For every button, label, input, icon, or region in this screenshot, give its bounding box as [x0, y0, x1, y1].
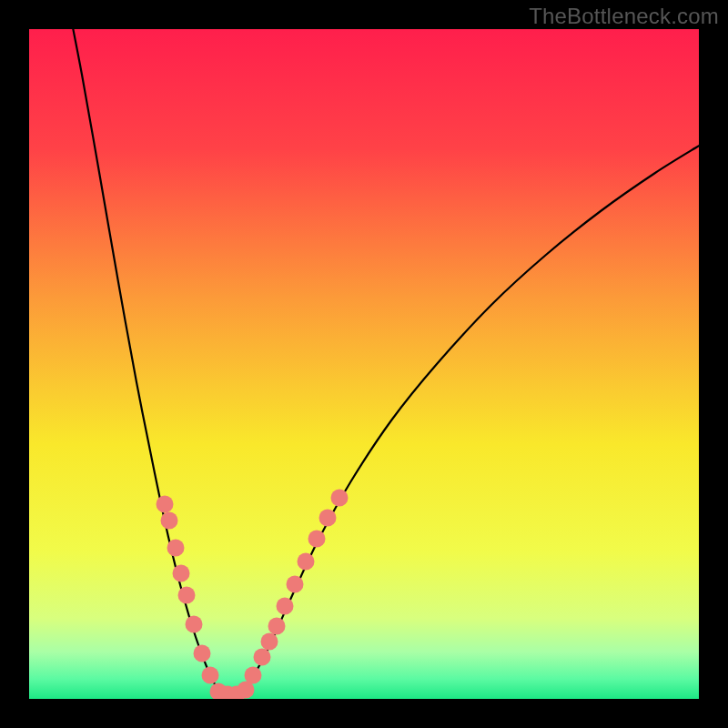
data-dot: [173, 565, 190, 582]
data-dot: [157, 496, 174, 513]
data-dot: [261, 633, 278, 651]
bottleneck-chart: [0, 0, 728, 728]
watermark-text: TheBottleneck.com: [529, 4, 719, 29]
chart-container: TheBottleneck.com: [0, 0, 728, 728]
data-dot: [268, 618, 286, 635]
data-dot: [277, 598, 294, 615]
data-dot: [161, 512, 178, 530]
data-dot: [167, 540, 185, 557]
data-dot: [287, 576, 304, 593]
plot-area: [29, 29, 699, 699]
data-dot: [298, 553, 315, 571]
data-dot: [178, 587, 196, 604]
data-dot: [331, 490, 349, 507]
data-dot: [319, 510, 337, 527]
data-dot: [254, 649, 271, 666]
data-dot: [186, 616, 203, 633]
data-dot: [238, 682, 255, 699]
data-dot: [202, 667, 219, 684]
data-dot: [308, 531, 326, 548]
data-dot: [194, 645, 211, 662]
